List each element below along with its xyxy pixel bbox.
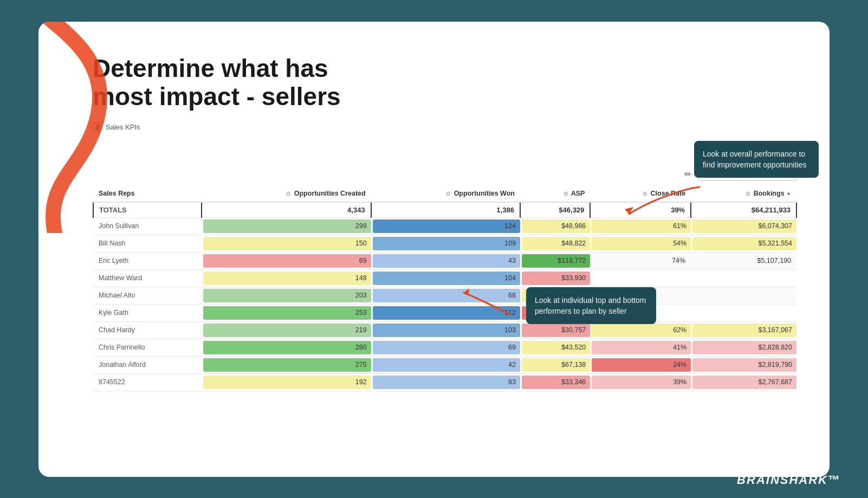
cell-close-rate: 39%	[590, 373, 691, 391]
col-close-rate[interactable]: ⊙ Close Rate	[590, 185, 691, 202]
col-icon: ⊙	[746, 191, 750, 197]
cell-opp-created: 275	[202, 356, 371, 373]
annotation-box-individual: Look at individual top and bottom perfor…	[526, 287, 656, 325]
toolbar-row: ✏ 📅 Current and Previous Year	[93, 168, 797, 181]
totals-bookings: $64,211,933	[691, 202, 796, 218]
data-table: Sales Reps ⊙ Opportunities Created ⊙ Opp…	[93, 185, 797, 391]
table-row: Chad Hardy219103$30,75762%$3,167,067	[93, 321, 796, 339]
subtitle-row: 👤 Sales KPIs	[93, 122, 808, 132]
cell-asp: $33,346	[520, 373, 590, 391]
cell-name: Chris Parrinello	[93, 339, 202, 356]
table-row: Eric Lyeth6943$118,77274%$5,107,190	[93, 252, 796, 269]
cell-opp-won: 69	[371, 339, 520, 356]
cell-opp-created: 148	[202, 269, 371, 287]
cell-close-rate: 74%	[590, 252, 691, 269]
cell-opp-created: 219	[202, 321, 371, 339]
totals-opp-created: 4,343	[202, 202, 371, 218]
cell-bookings	[691, 304, 796, 321]
cell-opp-created: 253	[202, 304, 371, 321]
cell-opp-created: 69	[202, 252, 371, 269]
cell-asp: $33,930	[520, 269, 590, 287]
cell-opp-won: 109	[371, 235, 520, 252]
cell-name: John Sullivan	[93, 217, 202, 235]
cell-opp-won: 124	[371, 217, 520, 235]
col-label: ASP	[571, 190, 585, 197]
cell-bookings: $2,767,687	[691, 373, 796, 391]
col-label: Bookings	[754, 190, 785, 197]
cell-opp-created: 280	[202, 339, 371, 356]
col-icon: ⊙	[446, 191, 450, 197]
col-asp[interactable]: ⊙ ASP	[520, 185, 590, 202]
cell-close-rate: 41%	[590, 339, 691, 356]
table-row: Chris Parrinello28069$43,52041%$2,828,82…	[93, 339, 796, 356]
sales-kpis-icon: 👤	[93, 122, 102, 132]
cell-opp-won: 42	[371, 356, 520, 373]
cell-asp: $43,520	[520, 339, 590, 356]
table-row: John Sullivan299124$48,98661%$6,074,307	[93, 217, 796, 235]
cell-name: Eric Lyeth	[93, 252, 202, 269]
cell-bookings: $5,321,554	[691, 235, 796, 252]
col-label: Close Rate	[651, 190, 686, 197]
cell-opp-won: 83	[371, 373, 520, 391]
table-row: Matthew Ward148104$33,930	[93, 269, 796, 287]
col-label: Opportunities Won	[454, 190, 515, 197]
cell-asp: $48,822	[520, 235, 590, 252]
cell-name: Michael Alto	[93, 287, 202, 304]
cell-opp-created: 203	[202, 287, 371, 304]
cell-name: 8745522	[93, 373, 202, 391]
cell-name: Matthew Ward	[93, 269, 202, 287]
cell-bookings: $6,074,307	[691, 217, 796, 235]
cell-opp-won: 104	[371, 269, 520, 287]
cell-opp-won: 68	[371, 287, 520, 304]
col-icon: ⊙	[286, 191, 290, 197]
col-opp-won[interactable]: ⊙ Opportunities Won	[371, 185, 520, 202]
cell-opp-created: 299	[202, 217, 371, 235]
cell-close-rate	[590, 269, 691, 287]
cell-name: Kyle Gath	[93, 304, 202, 321]
cell-name: Bill Nash	[93, 235, 202, 252]
cell-opp-won: 103	[371, 321, 520, 339]
cell-opp-won: 112	[371, 304, 520, 321]
cell-opp-won: 43	[371, 252, 520, 269]
cell-bookings: $2,819,790	[691, 356, 796, 373]
totals-row: TOTALS 4,343 1,386 $46,329 39% $64,211,9…	[93, 202, 796, 218]
brainshark-logo: BRAINSHARK™	[737, 473, 841, 487]
cell-bookings: $2,828,820	[691, 339, 796, 356]
cell-asp: $67,138	[520, 356, 590, 373]
cell-bookings	[691, 287, 796, 304]
col-bookings[interactable]: ⊙ Bookings ▼	[691, 185, 796, 202]
cell-close-rate: 24%	[590, 356, 691, 373]
table-row: Kyle Gath253112$28,687	[93, 304, 796, 321]
cell-name: Chad Hardy	[93, 321, 202, 339]
totals-close-rate: 39%	[590, 202, 691, 218]
col-opp-created[interactable]: ⊙ Opportunities Created	[202, 185, 371, 202]
table-row: 874552219283$33,34639%$2,767,687	[93, 373, 796, 391]
main-title: Determine what has most impact - sellers	[93, 54, 808, 112]
cell-close-rate: 54%	[590, 235, 691, 252]
cell-opp-created: 192	[202, 373, 371, 391]
cell-name: Jonathan Alford	[93, 356, 202, 373]
totals-opp-won: 1,386	[371, 202, 520, 218]
table-row: Bill Nash150109$48,82254%$5,321,554	[93, 235, 796, 252]
edit-icon[interactable]: ✏	[684, 169, 691, 179]
annotation-box-overall: Look at overall performance to find impr…	[694, 141, 819, 178]
col-label: Opportunities Created	[294, 190, 366, 197]
col-label: Sales Reps	[99, 190, 135, 197]
cell-asp: $48,986	[520, 217, 590, 235]
col-sales-reps[interactable]: Sales Reps	[93, 185, 202, 202]
totals-label: TOTALS	[93, 202, 202, 218]
totals-asp: $46,329	[520, 202, 590, 218]
table-header-row: Sales Reps ⊙ Opportunities Created ⊙ Opp…	[93, 185, 796, 202]
cell-bookings	[691, 269, 796, 287]
cell-opp-created: 150	[202, 235, 371, 252]
table-row: Michael Alto20368$50,104	[93, 287, 796, 304]
col-icon: ⊙	[643, 191, 647, 197]
cell-bookings: $5,107,190	[691, 252, 796, 269]
slide-container: Determine what has most impact - sellers…	[38, 22, 830, 477]
cell-close-rate: 61%	[590, 217, 691, 235]
table-row: Jonathan Alford27542$67,13824%$2,819,790	[93, 356, 796, 373]
cell-bookings: $3,167,067	[691, 321, 796, 339]
subtitle-label: Sales KPIs	[106, 123, 140, 131]
cell-asp: $118,772	[520, 252, 590, 269]
col-icon: ⊙	[563, 191, 568, 197]
